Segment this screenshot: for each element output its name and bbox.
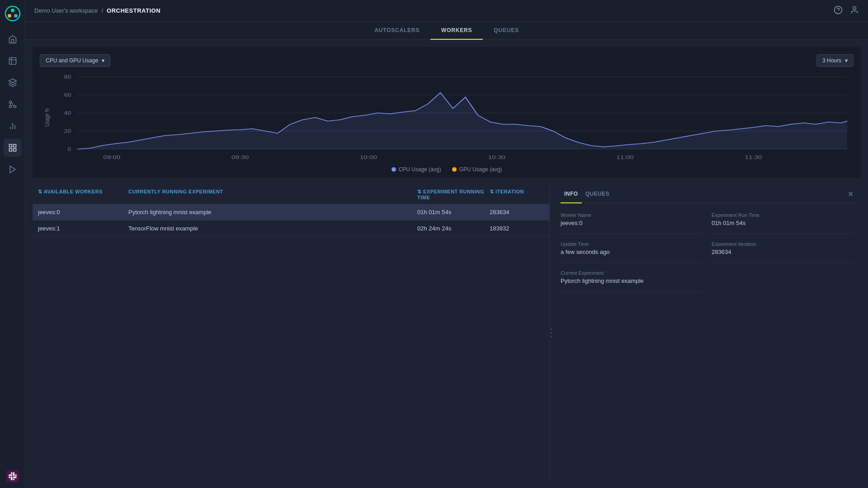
chevron-down-icon-2: ▾ (845, 57, 848, 64)
workspace-breadcrumb[interactable]: Demo User's workspace (34, 7, 98, 14)
gpu-legend-dot (452, 167, 457, 172)
sort-icon-workers: ⇅ (38, 189, 44, 194)
sidebar (0, 0, 25, 488)
tab-autoscalers[interactable]: AUTOSCALERS (363, 22, 430, 40)
legend-cpu: CPU Usage (avg) (392, 166, 441, 173)
table-header: ⇅ AVAILABLE WORKERS CURRENTLY RUNNING EX… (33, 185, 549, 204)
worker-name-1: jeeves:1 (38, 225, 128, 232)
page-content: CPU and GPU Usage ▾ 3 Hours ▾ 8 (25, 40, 868, 488)
sidebar-item-models[interactable] (4, 74, 22, 92)
experiment-runtime-value: 01h 01m 54s (712, 220, 854, 226)
table-row[interactable]: jeeves:0 Pytorch lightning mnist example… (33, 204, 549, 221)
svg-point-38 (551, 329, 552, 330)
iteration-0: 283634 (490, 209, 544, 216)
sidebar-item-orchestration[interactable] (4, 139, 22, 157)
detail-tabs: INFO QUEUES ✕ (553, 185, 861, 203)
sidebar-item-deploy[interactable] (4, 160, 22, 178)
svg-text:09:30: 09:30 (231, 155, 249, 160)
experiment-runtime-label: Experiment Run Time (712, 212, 854, 218)
col-experiment: CURRENTLY RUNNING EXPERIMENT (128, 189, 417, 200)
sidebar-item-experiments[interactable] (4, 52, 22, 70)
experiment-runtime-field: Experiment Run Time 01h 01m 54s (712, 212, 854, 234)
svg-point-3 (8, 14, 11, 18)
svg-rect-16 (13, 149, 16, 151)
svg-marker-18 (10, 166, 15, 173)
gpu-legend-label: GPU Usage (avg) (459, 166, 502, 173)
runtime-0: 01h 01m 54s (417, 209, 490, 216)
svg-text:11:30: 11:30 (745, 155, 762, 160)
svg-point-7 (9, 101, 11, 103)
svg-rect-15 (13, 145, 16, 147)
detail-right-col: Experiment Run Time 01h 01m 54s Experime… (712, 212, 854, 292)
svg-point-6 (14, 106, 16, 108)
slack-icon[interactable] (6, 470, 19, 483)
current-experiment-field: Current Experiment Pytorch lightning mni… (561, 270, 703, 292)
svg-point-39 (551, 333, 552, 334)
svg-text:40: 40 (64, 111, 71, 116)
detail-tab-info[interactable]: INFO (561, 185, 582, 203)
svg-text:10:30: 10:30 (488, 155, 505, 160)
current-experiment-value: Pytorch lightning mnist example (561, 277, 703, 284)
update-time-value: a few seconds ago (561, 249, 703, 255)
workers-table: ⇅ AVAILABLE WORKERS CURRENTLY RUNNING EX… (33, 185, 550, 481)
chart-legend: CPU Usage (avg) GPU Usage (avg) (40, 166, 854, 173)
time-dropdown-label: 3 Hours (822, 57, 841, 64)
detail-tab-queues[interactable]: QUEUES (582, 185, 613, 203)
table-row[interactable]: jeeves:1 TensorFlow mnist example 02h 24… (33, 221, 549, 237)
user-icon[interactable] (850, 5, 859, 16)
detail-left-col: Worker Name jeeves:0 Update Time a few s… (561, 212, 703, 292)
sort-icon-runtime: ⇅ (417, 189, 423, 194)
chart-area: 80 60 40 20 0 Usage % 09:00 09:30 10:00 … (40, 72, 854, 163)
worker-name-field: Worker Name jeeves:0 (561, 212, 703, 234)
chart-svg: 80 60 40 20 0 Usage % 09:00 09:30 10:00 … (40, 72, 854, 163)
app-logo[interactable] (5, 5, 21, 23)
svg-text:11:00: 11:00 (617, 155, 634, 160)
topbar: Demo User's workspace / ORCHESTRATION (25, 0, 868, 22)
nav-tabs: AUTOSCALERS WORKERS QUEUES (25, 22, 868, 40)
sidebar-item-reports[interactable] (4, 117, 22, 135)
current-experiment-label: Current Experiment (561, 270, 703, 276)
worker-name-0: jeeves:0 (38, 209, 128, 216)
legend-gpu: GPU Usage (avg) (452, 166, 502, 173)
help-icon[interactable] (834, 5, 843, 16)
close-button[interactable]: ✕ (848, 190, 854, 198)
svg-text:Usage %: Usage % (43, 108, 51, 127)
detail-tabs-left: INFO QUEUES (561, 185, 613, 203)
update-time-field: Update Time a few seconds ago (561, 241, 703, 263)
tab-queues[interactable]: QUEUES (483, 22, 529, 40)
experiment-iteration-label: Experiment Iteration (712, 241, 854, 247)
worker-name-label: Worker Name (561, 212, 703, 218)
detail-panel: INFO QUEUES ✕ Worker Name jeeves:0 Updat… (553, 185, 861, 481)
sidebar-bottom (6, 470, 19, 483)
experiment-name-1: TensorFlow mnist example (128, 225, 417, 232)
update-time-label: Update Time (561, 241, 703, 247)
col-runtime: ⇅ EXPERIMENT RUNNING TIME (417, 189, 490, 200)
svg-point-2 (11, 9, 14, 12)
sort-icon-iteration: ⇅ (490, 189, 495, 194)
chart-container: CPU and GPU Usage ▾ 3 Hours ▾ 8 (33, 47, 861, 178)
metric-dropdown-label: CPU and GPU Usage (46, 57, 98, 64)
svg-point-8 (9, 106, 11, 108)
breadcrumb-separator: / (101, 7, 103, 14)
svg-point-40 (551, 336, 552, 338)
svg-text:60: 60 (64, 93, 71, 98)
sidebar-item-home[interactable] (4, 30, 22, 48)
sidebar-item-pipelines[interactable] (4, 95, 22, 113)
tab-workers[interactable]: WORKERS (430, 22, 483, 40)
col-workers: ⇅ AVAILABLE WORKERS (38, 189, 128, 200)
svg-text:0: 0 (68, 147, 71, 152)
topbar-actions (834, 5, 859, 16)
svg-marker-5 (9, 79, 16, 83)
section-title: ORCHESTRATION (107, 7, 160, 14)
col-iteration: ⇅ ITERATION (490, 189, 544, 200)
resize-handle[interactable] (550, 185, 553, 481)
detail-content: Worker Name jeeves:0 Update Time a few s… (553, 203, 861, 301)
experiment-iteration-value: 283634 (712, 249, 854, 255)
time-dropdown[interactable]: 3 Hours ▾ (816, 54, 854, 67)
workers-panel: ⇅ AVAILABLE WORKERS CURRENTLY RUNNING EX… (33, 185, 861, 481)
experiment-name-0: Pytorch lightning mnist example (128, 209, 417, 216)
experiment-iteration-field: Experiment Iteration 283634 (712, 241, 854, 263)
svg-point-20 (853, 7, 856, 10)
metric-dropdown[interactable]: CPU and GPU Usage ▾ (40, 54, 110, 67)
svg-text:10:00: 10:00 (360, 155, 377, 160)
